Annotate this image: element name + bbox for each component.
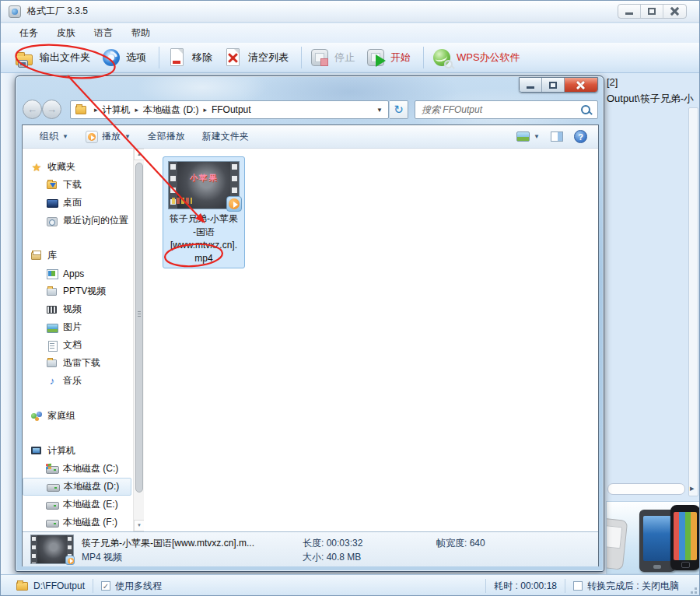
sidebar-section-favorites[interactable]: ★ 收藏夹 — [23, 158, 133, 176]
output-folder-button[interactable]: 输出文件夹 — [15, 47, 90, 68]
menu-help[interactable]: 帮助 — [131, 26, 150, 40]
toolbar-separator — [423, 47, 424, 68]
app-minimize-button[interactable] — [618, 5, 641, 18]
hscroll-right-arrow-icon[interactable]: ▸ — [690, 483, 695, 493]
address-bar[interactable]: ▸ 计算机 ▸ 本地磁盘 (D:) ▸ FFOutput ▼ — [70, 100, 389, 119]
stop-button[interactable]: 停止 — [310, 47, 355, 68]
chevron-down-icon: ▼ — [124, 133, 131, 140]
remove-button[interactable]: 移除 — [167, 47, 212, 68]
format-factory-window: 格式工厂 3.3.5 任务 皮肤 语言 帮助 输出文件夹 选项 移除 清空列表 — [0, 0, 700, 596]
sidebar-item-thunder-downloads[interactable]: 迅雷下载 — [23, 354, 133, 372]
close-icon — [670, 7, 679, 16]
explorer-navbar: ← → ▸ 计算机 ▸ 本地磁盘 (D:) ▸ FFOutput ▼ ↻ 搜索 … — [16, 96, 604, 124]
task-list-hscrollbar[interactable] — [607, 483, 685, 495]
details-size: 大小: 40.8 MB — [303, 551, 361, 564]
explorer-minimize-button[interactable] — [520, 78, 542, 93]
sidebar-item-documents[interactable]: 文档 — [23, 336, 133, 354]
disk-icon — [47, 481, 59, 493]
maximize-icon — [648, 8, 656, 15]
file-list-area[interactable]: 小苹果 筷子兄弟-小苹果 -国语 [www.mtvxz.cn]. mp4 — [144, 149, 598, 531]
app-icon — [9, 5, 21, 18]
sidebar-section-computer[interactable]: 计算机 — [23, 442, 133, 460]
breadcrumb-ffoutput[interactable]: FFOutput — [212, 104, 251, 115]
back-button[interactable]: ← — [23, 100, 42, 119]
play-button[interactable]: 播放 ▼ — [86, 130, 131, 143]
shutdown-after-label: 转换完成后 : 关闭电脑 — [587, 580, 679, 593]
sidebar-scrollbar[interactable]: ▲ ▼ — [133, 149, 144, 531]
task-list-item[interactable]: Output\筷子兄弟-小 — [607, 92, 694, 106]
sidebar-item-pptv-videos[interactable]: PPTV视频 — [23, 282, 133, 300]
back-arrow-icon: ← — [27, 103, 37, 115]
sidebar-item-disk-d[interactable]: 本地磁盘 (D:) — [23, 478, 131, 496]
details-frame-width: 帧宽度: 640 — [436, 537, 485, 550]
menu-tasks[interactable]: 任务 — [19, 26, 38, 40]
start-button[interactable]: 开始 — [366, 47, 411, 68]
refresh-button[interactable]: ↻ — [390, 100, 408, 119]
menu-language[interactable]: 语言 — [94, 26, 113, 40]
scroll-up-icon: ▲ — [137, 152, 142, 156]
computer-icon — [30, 445, 43, 458]
scroll-up-button[interactable]: ▲ — [134, 149, 145, 160]
menu-skin[interactable]: 皮肤 — [57, 26, 75, 40]
sidebar-item-videos[interactable]: 视频 — [23, 300, 133, 318]
views-button[interactable]: ▼ — [516, 131, 540, 142]
app-maximize-button[interactable] — [641, 5, 663, 18]
explorer-window: ← → ▸ 计算机 ▸ 本地磁盘 (D:) ▸ FFOutput ▼ ↻ 搜索 … — [15, 75, 604, 572]
sidebar-section-homegroup[interactable]: 家庭组 — [23, 407, 133, 425]
resize-grip[interactable] — [687, 584, 698, 594]
mobile-device-panel — [606, 501, 700, 574]
sidebar-item-desktop[interactable]: 桌面 — [23, 194, 133, 212]
file-name-line: -国语 — [163, 226, 244, 239]
breadcrumb-disk-d[interactable]: 本地磁盘 (D:) — [143, 103, 198, 117]
sidebar-item-downloads[interactable]: 下载 — [23, 176, 133, 194]
breadcrumb-sep-icon: ▸ — [135, 106, 139, 114]
app-window-controls — [618, 4, 687, 19]
task-list-scrollbar[interactable] — [688, 107, 698, 496]
folder-icon — [75, 106, 86, 114]
sidebar-item-disk-c[interactable]: 本地磁盘 (C:) — [23, 460, 133, 478]
shutdown-after-checkbox[interactable] — [573, 581, 583, 591]
output-path[interactable]: D:\FFOutput — [33, 580, 85, 591]
clear-list-button[interactable]: 清空列表 — [223, 47, 289, 68]
app-left-panel-edge — [1, 73, 15, 574]
new-folder-button[interactable]: 新建文件夹 — [202, 130, 249, 143]
app-close-button[interactable] — [663, 5, 686, 18]
star-icon: ★ — [30, 161, 43, 174]
explorer-client-area: 组织 ▼ 播放 ▼ 全部播放 新建文件夹 ▼ — [22, 124, 599, 566]
toolbar-separator — [159, 47, 159, 68]
views-icon — [516, 131, 530, 142]
organize-button[interactable]: 组织 ▼ — [40, 130, 68, 143]
explorer-maximize-button[interactable] — [542, 78, 565, 93]
sidebar-item-music[interactable]: ♪ 音乐 — [23, 372, 133, 390]
sidebar-section-libraries[interactable]: 库 — [23, 247, 133, 265]
disk-icon — [46, 499, 58, 511]
preview-pane-button[interactable] — [551, 131, 563, 142]
address-dropdown-icon[interactable]: ▼ — [376, 107, 383, 114]
music-note-icon: ♪ — [46, 375, 58, 387]
search-icon — [581, 105, 591, 115]
forward-button[interactable]: → — [42, 100, 61, 119]
options-button[interactable]: 选项 — [101, 47, 146, 68]
scroll-down-button[interactable]: ▼ — [134, 520, 145, 531]
breadcrumb-computer[interactable]: 计算机 — [103, 103, 131, 117]
sidebar-item-disk-e[interactable]: 本地磁盘 (E:) — [23, 496, 133, 514]
wps-button[interactable]: WPS办公软件 — [432, 47, 520, 68]
scrollbar-thumb[interactable] — [135, 163, 143, 493]
sidebar-item-disk-f[interactable]: 本地磁盘 (F:) — [23, 514, 133, 531]
play-all-button[interactable]: 全部播放 — [148, 130, 185, 143]
file-item-mp4[interactable]: 小苹果 筷子兄弟-小苹果 -国语 [www.mtvxz.cn]. mp4 — [163, 156, 245, 268]
search-box[interactable]: 搜索 FFOutput — [415, 100, 598, 119]
multithread-checkbox[interactable]: ✓ — [101, 581, 110, 591]
chevron-down-icon: ▼ — [534, 133, 540, 140]
explorer-window-controls — [519, 77, 598, 93]
sidebar-item-apps[interactable]: Apps — [23, 265, 133, 282]
explorer-close-button[interactable] — [565, 78, 597, 93]
breadcrumb-sep-icon: ▸ — [203, 106, 207, 114]
play-icon — [86, 131, 98, 143]
sidebar-item-recent-places[interactable]: 最近访问的位置 — [23, 212, 133, 230]
start-icon — [366, 47, 386, 68]
sidebar-item-pictures[interactable]: 图片 — [23, 318, 133, 336]
help-button[interactable]: ? — [574, 130, 587, 143]
device-image-partial — [606, 517, 628, 570]
sidebar-gap — [23, 390, 133, 407]
